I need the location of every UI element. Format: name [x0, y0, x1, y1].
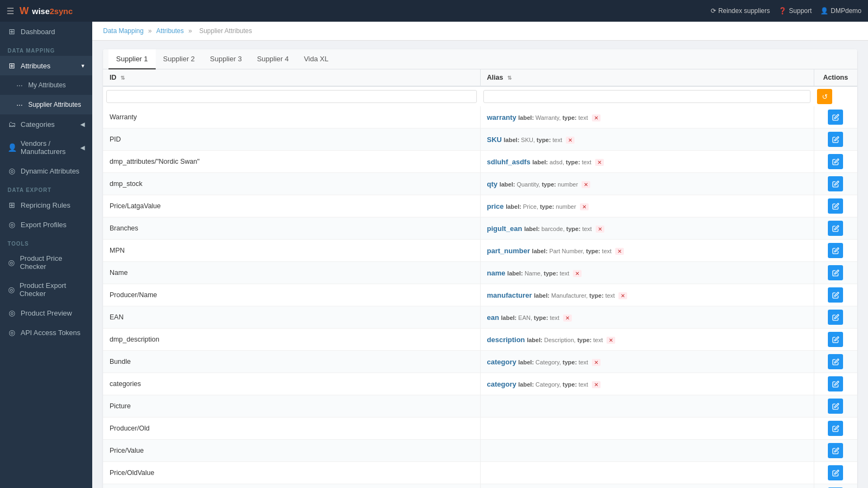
- edit-row-button[interactable]: [828, 154, 843, 169]
- sidebar-item-export-profiles[interactable]: ◎ Export Profiles: [0, 215, 92, 234]
- sidebar-item-product-export-checker[interactable]: ◎ Product Export Checker: [0, 276, 92, 303]
- remove-alias-badge[interactable]: ✕: [580, 203, 589, 210]
- edit-row-button[interactable]: [828, 243, 843, 258]
- breadcrumb: Data Mapping » Attributes » Supplier Att…: [92, 22, 868, 41]
- edit-row-button[interactable]: [828, 221, 843, 236]
- sidebar-item-my-attributes[interactable]: ··· My Attributes: [0, 75, 92, 95]
- remove-alias-badge[interactable]: ✕: [596, 226, 604, 233]
- alias-label-key: label:: [518, 359, 534, 365]
- column-header-alias[interactable]: Alias ⇅: [480, 69, 814, 86]
- sidebar-item-product-preview[interactable]: ◎ Product Preview: [0, 303, 92, 323]
- edit-row-button[interactable]: [828, 399, 843, 414]
- sidebar-item-repricing-rules[interactable]: ⊞ Repricing Rules: [0, 195, 92, 215]
- remove-alias-badge[interactable]: ✕: [592, 359, 601, 366]
- hamburger-icon[interactable]: ☰: [7, 6, 14, 16]
- alias-main-value: warranty: [487, 113, 519, 121]
- edit-row-button[interactable]: [828, 132, 843, 147]
- tab-supplier4[interactable]: Supplier 4: [250, 49, 297, 69]
- user-icon: 👤: [820, 7, 828, 15]
- supplier-tabs: Supplier 1 Supplier 2 Supplier 3 Supplie…: [103, 49, 857, 69]
- edit-row-button[interactable]: [828, 443, 843, 458]
- sidebar-item-dashboard[interactable]: ⊞ Dashboard: [0, 22, 92, 41]
- tab-supplier3[interactable]: Supplier 3: [202, 49, 250, 69]
- table-cell-id: Producer/Old: [103, 418, 480, 440]
- user-link[interactable]: 👤 DMPdemo: [820, 7, 861, 15]
- reset-filter-button[interactable]: ↺: [817, 89, 832, 104]
- table-cell-actions: [814, 418, 857, 440]
- breadcrumb-data-mapping[interactable]: Data Mapping: [103, 27, 144, 35]
- remove-alias-badge[interactable]: ✕: [582, 181, 590, 188]
- edit-row-button[interactable]: [828, 265, 843, 280]
- remove-alias-badge[interactable]: ✕: [618, 292, 627, 299]
- table-cell-id: PID: [103, 129, 480, 151]
- sidebar-item-dynamic-attributes[interactable]: ◎ Dynamic Attributes: [0, 161, 92, 181]
- sidebar-item-supplier-attributes[interactable]: ··· Supplier Attributes: [0, 95, 92, 114]
- table-cell-actions: [814, 173, 857, 195]
- table-cell-actions: [814, 129, 857, 151]
- sidebar-item-vendors[interactable]: 👤 Vendors / Manufacturers ◀: [0, 134, 92, 161]
- table-cell-actions: [814, 351, 857, 373]
- table-cell-alias: description label: Description, type: te…: [480, 329, 814, 351]
- table-cell-actions: [814, 151, 857, 173]
- tab-vida-xl[interactable]: Vida XL: [296, 49, 336, 69]
- table-row: Producer/Old: [103, 418, 857, 440]
- table-cell-id: Price/Value: [103, 440, 480, 462]
- column-header-actions: Actions: [814, 69, 857, 86]
- sidebar-item-product-price-checker[interactable]: ◎ Product Price Checker: [0, 249, 92, 276]
- edit-row-button[interactable]: [828, 176, 843, 191]
- table-cell-actions: [814, 373, 857, 395]
- table-cell-actions: [814, 462, 857, 484]
- table-cell-actions: [814, 440, 857, 462]
- table-cell-id: Picture: [103, 395, 480, 418]
- sidebar-item-api-access-tokens[interactable]: ◎ API Access Tokens: [0, 323, 92, 342]
- edit-row-button[interactable]: [828, 310, 843, 325]
- remove-alias-badge[interactable]: ✕: [592, 114, 601, 121]
- edit-row-button[interactable]: [828, 376, 843, 391]
- table-row: dmp_attributes/"Nordic Swan"sdluhf_asdfs…: [103, 151, 857, 173]
- alias-label-key: label:: [534, 292, 550, 299]
- remove-alias-badge[interactable]: ✕: [592, 381, 601, 388]
- edit-row-button[interactable]: [828, 354, 843, 369]
- alias-meta: label: Category, type: text ✕: [518, 381, 601, 388]
- alias-label-value: Category,: [535, 381, 561, 388]
- edit-row-button[interactable]: [828, 332, 843, 347]
- table-cell-alias: name label: Name, type: text ✕: [480, 262, 814, 284]
- alias-main-value: category: [487, 358, 519, 366]
- support-link[interactable]: ❓ Support: [778, 7, 812, 15]
- sort-icon-id: ⇅: [120, 75, 125, 81]
- filter-alias-input[interactable]: [483, 90, 810, 103]
- table-cell-alias: price label: Price, type: number ✕: [480, 195, 814, 217]
- main-card: Supplier 1 Supplier 2 Supplier 3 Supplie…: [103, 49, 857, 488]
- table-row: Price/LatgaOldValue: [103, 484, 857, 489]
- reindex-suppliers-link[interactable]: ⟳ Reindex suppliers: [711, 7, 770, 15]
- remove-alias-badge[interactable]: ✕: [573, 270, 582, 277]
- tab-supplier1[interactable]: Supplier 1: [108, 49, 156, 69]
- chevron-right-icon: ◀: [80, 144, 85, 151]
- edit-row-button[interactable]: [828, 287, 843, 303]
- breadcrumb-attributes[interactable]: Attributes: [156, 27, 184, 35]
- table-row: dmp_stockqty label: Quantity, type: numb…: [103, 173, 857, 195]
- remove-alias-badge[interactable]: ✕: [563, 314, 572, 322]
- remove-alias-badge[interactable]: ✕: [566, 137, 575, 144]
- alias-label-value: Name,: [525, 270, 542, 277]
- remove-alias-badge[interactable]: ✕: [615, 248, 624, 255]
- sidebar-item-attributes[interactable]: ⊞ Attributes ▾: [0, 56, 92, 75]
- column-header-id[interactable]: ID ⇅: [103, 69, 480, 86]
- edit-row-button[interactable]: [828, 421, 843, 436]
- sidebar-item-categories[interactable]: 🗂 Categories ◀: [0, 114, 92, 134]
- edit-row-button[interactable]: [828, 110, 843, 125]
- remove-alias-badge[interactable]: ✕: [607, 337, 615, 344]
- alias-type-value: text: [582, 226, 592, 232]
- remove-alias-badge[interactable]: ✕: [595, 159, 604, 166]
- alias-label-key: label:: [507, 270, 523, 277]
- filter-alias-cell: [480, 86, 814, 106]
- edit-row-button[interactable]: [828, 465, 843, 480]
- tab-supplier2[interactable]: Supplier 2: [156, 49, 203, 69]
- alias-type-value: number: [558, 181, 578, 188]
- sidebar-section-tools: TOOLS: [0, 234, 92, 249]
- price-checker-icon: ◎: [8, 258, 16, 267]
- sidebar-item-label: Categories: [21, 120, 55, 129]
- dot-icon: ···: [15, 81, 24, 89]
- edit-row-button[interactable]: [828, 198, 843, 214]
- filter-id-input[interactable]: [106, 90, 477, 103]
